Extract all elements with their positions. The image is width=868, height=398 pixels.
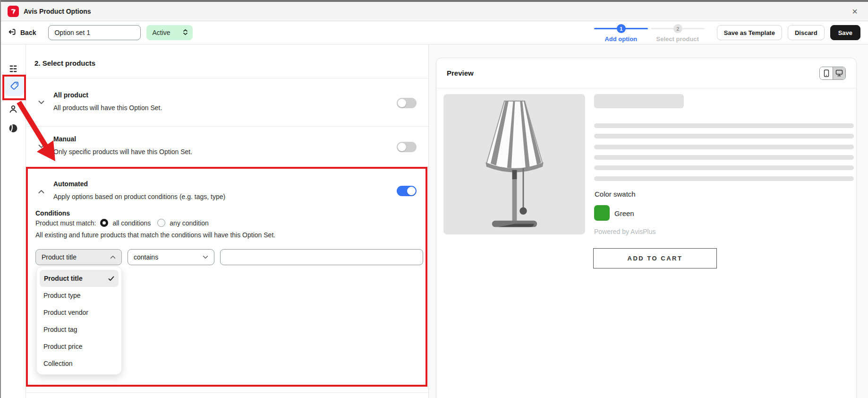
window-edge-top (0, 0, 868, 2)
stepper-step-add-option[interactable]: 1 Add option (594, 22, 648, 43)
save-button[interactable]: Save (830, 25, 860, 40)
automated-desc: Apply options based on product condition… (53, 193, 225, 200)
chevron-up-icon[interactable] (38, 187, 44, 196)
condition-value-input[interactable] (220, 249, 423, 265)
skeleton-product-title (594, 94, 684, 108)
preview-title: Preview (447, 69, 474, 77)
save-as-template-button[interactable]: Save as Template (717, 25, 782, 40)
preview-card: Preview (436, 58, 857, 398)
condition-operator-select[interactable]: contains (128, 249, 214, 265)
preview-header: Preview (436, 58, 856, 88)
conditions-heading: Conditions (35, 209, 70, 217)
titlebar: Avis Product Options × (0, 2, 868, 21)
monitor-icon (835, 69, 843, 77)
phone-icon (824, 69, 829, 77)
back-button[interactable]: Back (8, 27, 36, 38)
product-image (443, 94, 585, 234)
manual-desc: Only specific products will have this Op… (53, 148, 192, 156)
dropdown-item-product-tag[interactable]: Product tag (37, 321, 121, 338)
close-icon[interactable]: × (849, 6, 860, 17)
chevron-down-icon[interactable] (38, 142, 44, 150)
customer-icon[interactable] (9, 104, 18, 116)
app-title: Avis Product Options (24, 8, 91, 15)
back-label: Back (20, 29, 36, 36)
radio-any-condition[interactable] (157, 219, 165, 227)
globe-icon[interactable] (9, 123, 18, 135)
desktop-view-button[interactable] (833, 67, 845, 79)
all-product-desc: All products will have this Option Set. (53, 104, 162, 112)
manual-toggle[interactable] (397, 142, 417, 152)
automated-toggle[interactable] (397, 186, 417, 196)
step-1-label: Add option (594, 35, 648, 43)
device-toggle (819, 67, 846, 80)
lamp-illustration (466, 95, 563, 234)
sidebar-item-products-active[interactable] (5, 77, 24, 96)
skeleton-line (594, 123, 854, 128)
green-swatch[interactable] (594, 205, 610, 221)
conditions-note: All existing and future products that ma… (35, 231, 275, 239)
step-2-label: Select product (651, 35, 705, 43)
option-label: Color swatch (595, 190, 636, 198)
app-logo-icon (8, 6, 19, 17)
tag-icon (9, 81, 19, 93)
stepper: 1 Add option 2 Select product (594, 22, 705, 43)
option-sets-icon[interactable] (9, 64, 18, 76)
manual-title: Manual (53, 135, 76, 143)
dropdown-item-product-price[interactable]: Product price (37, 338, 121, 355)
radio-all-conditions[interactable] (100, 219, 108, 227)
stepper-step-select-product[interactable]: 2 Select product (651, 22, 705, 43)
status-value: Active (152, 29, 170, 36)
dropdown-item-collection[interactable]: Collection (37, 355, 121, 372)
chevron-down-icon[interactable] (38, 98, 44, 106)
mobile-view-button[interactable] (820, 67, 833, 79)
dropdown-item-product-vendor[interactable]: Product vendor (37, 304, 121, 321)
skeleton-line (594, 155, 854, 160)
chevron-down-icon (203, 255, 208, 259)
sidebar (1, 44, 26, 398)
updown-chevron-icon (183, 29, 188, 37)
option-set-name-input[interactable] (48, 25, 141, 40)
step-1-dot: 1 (617, 24, 626, 33)
status-select[interactable]: Active (146, 25, 192, 40)
preview-panel: Preview (429, 44, 868, 398)
check-icon (108, 276, 114, 281)
match-label: Product must match: (35, 219, 96, 227)
exit-icon (8, 27, 17, 38)
skeleton-line (594, 145, 854, 149)
skeleton-line (594, 165, 854, 170)
divider (26, 126, 428, 127)
swatch-name: Green (614, 209, 634, 217)
select-products-panel: 2. Select products All product All produ… (26, 44, 429, 398)
all-product-toggle[interactable] (397, 98, 417, 108)
chevron-up-icon (110, 255, 116, 259)
skeleton-line (594, 134, 854, 138)
radio-all-label: all conditions (112, 219, 151, 227)
skeleton-line (594, 176, 854, 181)
dropdown-item-product-title[interactable]: Product title (40, 270, 119, 287)
divider (26, 78, 428, 78)
divider (26, 392, 428, 393)
condition-operator-value: contains (134, 253, 158, 261)
step-2-dot: 2 (673, 24, 682, 33)
window-edge-left (0, 0, 1, 398)
condition-field-select[interactable]: Product title (35, 249, 122, 265)
condition-field-value: Product title (42, 253, 77, 261)
radio-any-label: any condition (170, 219, 209, 227)
header-bar: Back Active 1 Add option 2 Select produc… (0, 21, 868, 44)
all-product-title: All product (53, 91, 88, 99)
add-to-cart-button[interactable]: ADD TO CART (593, 248, 717, 268)
automated-title: Automated (53, 180, 88, 188)
condition-field-dropdown: Product title Product type Product vendo… (36, 266, 122, 375)
match-row: Product must match: all conditions any c… (35, 219, 209, 227)
section-heading: 2. Select products (34, 59, 95, 67)
powered-by: Powered by AvisPlus (594, 228, 655, 235)
discard-button[interactable]: Discard (788, 25, 825, 40)
dropdown-item-product-type[interactable]: Product type (37, 287, 121, 304)
